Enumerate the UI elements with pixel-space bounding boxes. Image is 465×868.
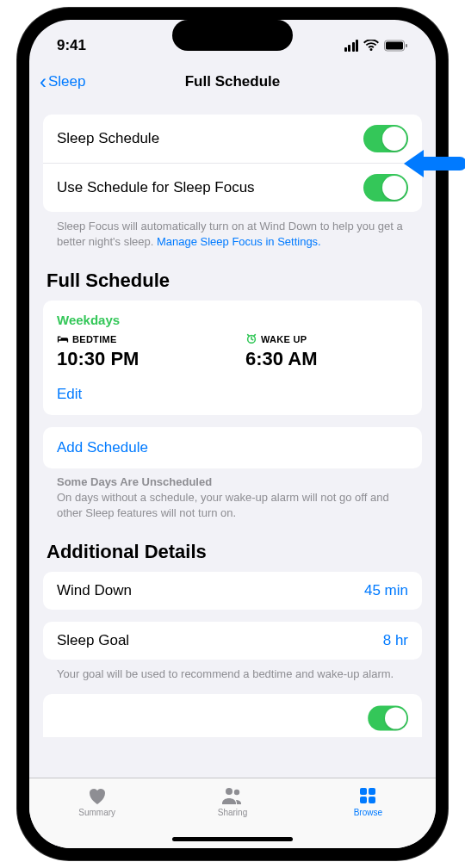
tab-browse-label: Browse <box>354 808 382 817</box>
bedtime-value: 10:30 PM <box>57 348 220 370</box>
partial-card <box>43 694 422 737</box>
people-icon <box>220 785 245 806</box>
manage-focus-link[interactable]: Manage Sleep Focus in Settings. <box>157 235 321 248</box>
sleep-goal-row[interactable]: Sleep Goal 8 hr <box>43 622 422 660</box>
use-focus-label: Use Schedule for Sleep Focus <box>57 179 255 196</box>
sleep-schedule-row: Sleep Schedule <box>43 115 422 164</box>
chevron-left-icon: ‹ <box>40 70 46 94</box>
status-time: 9:41 <box>57 37 86 54</box>
additional-details-header: Additional Details <box>43 541 422 563</box>
svg-point-4 <box>226 788 232 795</box>
goal-footer: Your goal will be used to recommend a be… <box>43 660 422 682</box>
content[interactable]: Sleep Schedule Use Schedule for Sleep Fo… <box>29 101 436 778</box>
add-schedule-label: Add Schedule <box>57 439 148 456</box>
grid-icon <box>356 785 380 806</box>
callout-arrow <box>400 145 465 186</box>
bedtime-label-row: BEDTIME <box>57 332 220 346</box>
wakeup-label: WAKE UP <box>261 334 307 344</box>
wakeup-label-row: WAKE UP <box>245 332 408 346</box>
schedule-card: Weekdays BEDTIME 10:30 PM <box>43 301 422 415</box>
unscheduled-body: On days without a schedule, your wake-up… <box>43 488 422 520</box>
sleep-schedule-label: Sleep Schedule <box>57 130 159 147</box>
back-label: Sleep <box>48 73 85 90</box>
tab-summary-label: Summary <box>78 808 115 817</box>
svg-rect-7 <box>369 788 375 795</box>
sleep-goal-value: 8 hr <box>383 632 408 649</box>
back-button[interactable]: ‹ Sleep <box>40 70 85 94</box>
tab-summary[interactable]: Summary <box>29 785 164 848</box>
add-schedule-card[interactable]: Add Schedule <box>43 427 422 468</box>
unscheduled-title: Some Days Are Unscheduled <box>43 468 422 488</box>
tab-bar: Summary Sharing Browse <box>29 778 436 848</box>
tab-browse[interactable]: Browse <box>301 785 436 848</box>
partial-toggle[interactable] <box>368 705 408 730</box>
wakeup-block: WAKE UP 6:30 AM <box>245 332 408 370</box>
heart-icon <box>85 785 109 806</box>
svg-rect-2 <box>406 44 407 47</box>
svg-rect-1 <box>386 42 403 50</box>
svg-rect-6 <box>360 788 367 795</box>
edit-schedule-link[interactable]: Edit <box>57 386 408 403</box>
page-title: Full Schedule <box>185 73 281 90</box>
sleep-goal-label: Sleep Goal <box>57 632 129 649</box>
bedtime-block: BEDTIME 10:30 PM <box>57 332 220 370</box>
wind-down-row[interactable]: Wind Down 45 min <box>43 572 422 610</box>
svg-rect-8 <box>360 797 367 803</box>
svg-point-5 <box>234 790 239 795</box>
focus-footer: Sleep Focus will automatically turn on a… <box>43 212 422 249</box>
svg-rect-9 <box>369 797 375 803</box>
nav-bar: ‹ Sleep Full Schedule <box>29 63 436 101</box>
wakeup-value: 6:30 AM <box>245 348 408 370</box>
bedtime-label: BEDTIME <box>72 334 117 344</box>
use-focus-row: Use Schedule for Sleep Focus <box>43 164 422 212</box>
schedule-days-label: Weekdays <box>57 313 408 327</box>
wind-down-value: 45 min <box>364 582 408 599</box>
wifi-icon <box>363 40 379 52</box>
home-indicator[interactable] <box>172 837 293 841</box>
cellular-icon <box>344 40 359 52</box>
battery-icon <box>384 40 408 52</box>
bed-icon <box>57 332 69 346</box>
alarm-icon <box>245 332 257 346</box>
full-schedule-header: Full Schedule <box>43 270 422 292</box>
wind-down-label: Wind Down <box>57 582 132 599</box>
tab-sharing-label: Sharing <box>218 808 247 817</box>
